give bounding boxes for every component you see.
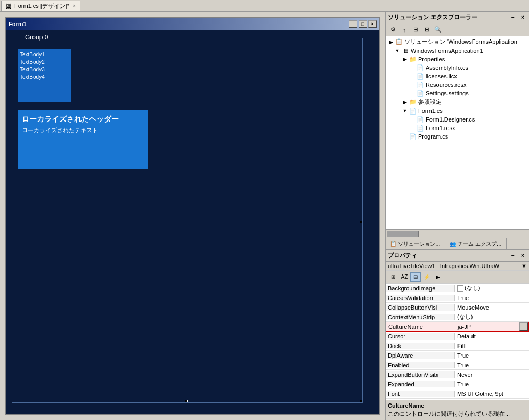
- solution-explorer-header: ソリューション エクスプローラー − ×: [386, 12, 529, 23]
- prop-name-culturename[interactable]: CultureName: [386, 324, 455, 330]
- designer-tab[interactable]: 🖼 Form1.cs [デザイン]* ×: [1, 1, 80, 11]
- tree-item-licenses[interactable]: 📄 licenses.licx: [387, 72, 528, 80]
- prop-events-btn[interactable]: ⚡: [421, 272, 432, 282]
- prop-row-font: Font MS UI Gothic, 9pt: [386, 389, 529, 399]
- tree-arrow-references: ▶: [402, 99, 408, 106]
- tree-item-form1-designer[interactable]: 📄 Form1.Designer.cs: [387, 115, 528, 124]
- team-tab[interactable]: 👥 チーム エクスプ…: [445, 238, 507, 249]
- properties-object-name: ultraLiveTileView1 Infragistics.Win.Ultr…: [386, 262, 529, 271]
- form-title-bar: Form1 _ □ ×: [6, 18, 379, 30]
- minimize-button[interactable]: _: [349, 20, 357, 28]
- prop-value-dock[interactable]: Fill: [455, 343, 529, 349]
- prop-value-expanded[interactable]: True: [455, 381, 529, 387]
- prop-name-enabled: Enabled: [386, 362, 455, 368]
- prop-row-expandbuttonvisibi: ExpandButtonVisibi Never: [386, 370, 529, 379]
- object-type-dropdown[interactable]: ▼: [521, 263, 527, 269]
- form-title-controls: _ □ ×: [349, 20, 377, 28]
- se-toolbar-btn-2[interactable]: ↑: [399, 25, 410, 35]
- prop-categorized-btn[interactable]: ⊞: [388, 272, 398, 282]
- project-icon: 🖥: [402, 47, 409, 54]
- tree-item-references[interactable]: ▶ 📁 参照設定: [387, 98, 528, 107]
- tree-arrow-empty-5: [409, 116, 416, 123]
- scrollbar-thumb[interactable]: [387, 231, 419, 237]
- prop-more-btn[interactable]: ▶: [433, 272, 443, 282]
- tree-item-form1[interactable]: ▼ 📄 Form1.cs: [387, 107, 528, 115]
- prop-name-contextmenustrip: ContextMenuStrip: [386, 314, 455, 320]
- solution-tree-scrollbar[interactable]: [386, 229, 529, 238]
- tree-item-settings[interactable]: 📄 Settings.settings: [387, 89, 528, 98]
- properties-pin-button[interactable]: −: [509, 252, 517, 260]
- se-close-button[interactable]: ×: [518, 13, 527, 22]
- prop-value-collapsebuttonvisi[interactable]: MouseMove: [455, 304, 529, 311]
- prop-ellipsis-button[interactable]: …: [519, 322, 528, 331]
- prop-value-dpiaware[interactable]: True: [455, 352, 529, 359]
- prop-name-backgroundimage: BackgroundImage: [386, 285, 455, 292]
- solution-explorer-title: ソリューション エクスプローラー: [388, 13, 477, 21]
- licenses-icon: 📄: [417, 72, 424, 80]
- prop-name-dpiaware: DpiAware: [386, 352, 455, 359]
- solution-tree[interactable]: ▶ 📋 ソリューション 'WindowsFormsApplication ▼ 🖥…: [386, 36, 529, 229]
- tree-item-properties[interactable]: ▶ 📁 Properties: [387, 55, 528, 63]
- se-pin-button[interactable]: −: [509, 13, 517, 22]
- selection-handle-mr[interactable]: [360, 221, 362, 223]
- close-button[interactable]: ×: [368, 20, 377, 28]
- selection-handle-bm[interactable]: [185, 400, 188, 402]
- tile-2[interactable]: ローカライズされたヘッダー ローカライズされたテキスト: [18, 110, 148, 169]
- se-toolbar-btn-1[interactable]: ⚙: [388, 25, 398, 35]
- maximize-button[interactable]: □: [359, 20, 367, 28]
- prop-name-collapsebuttonvisi: CollapseButtonVisi: [386, 304, 455, 311]
- properties-title: プロパティ: [388, 252, 417, 260]
- solution-icon-small: 📋: [390, 241, 396, 247]
- tree-item-solution[interactable]: ▶ 📋 ソリューション 'WindowsFormsApplication: [387, 37, 528, 46]
- selection-handle-br[interactable]: [360, 400, 362, 402]
- main-split: Form1 _ □ × Group 0 TextBody1 TextBody2: [0, 12, 529, 420]
- tile-1[interactable]: TextBody1 TextBody2 TextBody3 TextBody4: [18, 49, 71, 102]
- prop-value-backgroundimage[interactable]: (なし): [455, 284, 529, 292]
- form-window-title: Form1: [9, 21, 27, 27]
- tile-text-line-3: TextBody3: [20, 66, 69, 74]
- resources-label: Resources.resx: [426, 82, 466, 88]
- right-panel: ソリューション エクスプローラー − × ⚙ ↑ ⊞ ⊟ 🔍 ▶ 📋 ソリューシ…: [385, 12, 529, 420]
- prop-row-causesvalidation: CausesValidation True: [386, 293, 529, 303]
- prop-properties-btn[interactable]: ⊟: [410, 272, 421, 282]
- resources-icon: 📄: [417, 81, 424, 88]
- prop-row-culturename: CultureName ja-JP …: [386, 322, 529, 332]
- prop-desc-text: このコントロールに関連付けられている現在...: [388, 410, 527, 418]
- prop-value-contextmenustrip[interactable]: (なし): [455, 313, 529, 321]
- tab-bar: 🖼 Form1.cs [デザイン]* ×: [0, 0, 529, 12]
- group-box-label: Group 0: [23, 34, 50, 41]
- tree-item-program[interactable]: 📄 Program.cs: [387, 132, 528, 141]
- prop-name-dock: Dock: [386, 343, 455, 349]
- form1-designer-icon: 📄: [417, 116, 424, 123]
- tile-2-body: ローカライズされたテキスト: [22, 126, 144, 134]
- tree-item-resources[interactable]: 📄 Resources.resx: [387, 80, 528, 89]
- prop-value-causesvalidation[interactable]: True: [455, 295, 529, 301]
- prop-value-expandbuttonvisibi[interactable]: Never: [455, 371, 529, 378]
- tile-2-header: ローカライズされたヘッダー: [22, 115, 144, 124]
- se-toolbar-btn-3[interactable]: ⊞: [410, 25, 421, 35]
- tree-item-form1-resx[interactable]: 📄 Form1.resx: [387, 124, 528, 132]
- prop-value-cursor[interactable]: Default: [455, 333, 529, 340]
- tree-item-assemblyinfo[interactable]: 📄 AssemblyInfo.cs: [387, 63, 528, 72]
- program-label: Program.cs: [418, 133, 448, 140]
- properties-description: CultureName このコントロールに関連付けられている現在...: [386, 400, 529, 420]
- object-name-label: ultraLiveTileView1: [388, 263, 435, 269]
- bottom-tabs: 📋 ソリューション… 👥 チーム エクスプ…: [386, 238, 529, 249]
- prop-value-enabled[interactable]: True: [455, 362, 529, 368]
- assemblyinfo-icon: 📄: [417, 64, 424, 71]
- prop-value-culturename[interactable]: ja-JP: [455, 324, 519, 330]
- solution-tab[interactable]: 📋 ソリューション…: [386, 238, 445, 249]
- prop-name-cursor: Cursor: [386, 333, 455, 340]
- se-toolbar-btn-5[interactable]: 🔍: [433, 25, 443, 35]
- tree-arrow-project: ▼: [394, 47, 401, 54]
- tree-item-project[interactable]: ▼ 🖥 WindowsFormsApplication1: [387, 46, 528, 55]
- se-toolbar-btn-4[interactable]: ⊟: [421, 25, 432, 35]
- prop-value-font[interactable]: MS UI Gothic, 9pt: [455, 391, 529, 397]
- prop-row-dpiaware: DpiAware True: [386, 351, 529, 360]
- prop-row-cursor: Cursor Default: [386, 332, 529, 341]
- form-window: Form1 _ □ × Group 0 TextBody1 TextBody2: [5, 17, 380, 415]
- prop-alphabetical-btn[interactable]: AZ: [399, 272, 410, 282]
- object-type-label: Infragistics.Win.UltraW: [440, 263, 499, 269]
- tab-close-button[interactable]: ×: [72, 3, 76, 9]
- properties-close-button[interactable]: ×: [518, 252, 527, 260]
